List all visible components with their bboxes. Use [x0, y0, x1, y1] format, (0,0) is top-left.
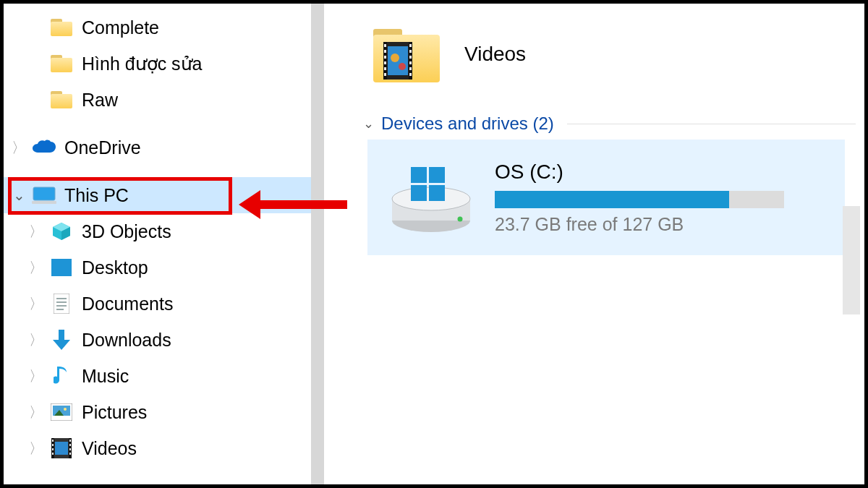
tree-item-videos[interactable]: 〉 Videos [4, 430, 311, 466]
svg-rect-0 [33, 187, 55, 200]
tree-item-complete[interactable]: Complete [4, 9, 311, 46]
svg-rect-38 [384, 44, 386, 47]
tree-item-label: Raw [82, 90, 118, 111]
svg-rect-47 [409, 61, 412, 64]
chevron-right-icon[interactable]: 〉 [25, 403, 47, 422]
tree-item-desktop[interactable]: 〉 Desktop [4, 249, 311, 286]
tree-item-downloads[interactable]: 〉 Downloads [4, 322, 311, 358]
drive-info: OS (C:) 23.7 GB free of 127 GB [495, 160, 784, 235]
chevron-right-icon[interactable]: 〉 [25, 258, 47, 278]
chevron-right-icon[interactable]: 〉 [25, 367, 47, 386]
chevron-down-icon[interactable]: ⌄ [8, 187, 30, 204]
svg-marker-12 [53, 340, 70, 350]
svg-rect-39 [384, 50, 386, 53]
navigation-tree: Complete Hình được sửa Raw 〉 OneDrive [4, 4, 311, 484]
svg-point-16 [64, 408, 67, 411]
cube-icon [47, 221, 76, 241]
svg-rect-40 [384, 56, 386, 59]
chevron-right-icon[interactable]: 〉 [25, 294, 47, 314]
svg-rect-46 [409, 56, 412, 59]
download-arrow-icon [47, 330, 76, 350]
svg-rect-6 [54, 294, 69, 314]
svg-rect-11 [59, 330, 64, 340]
desktop-icon [47, 259, 76, 276]
chevron-right-icon[interactable]: 〉 [25, 330, 47, 350]
section-devices-and-drives[interactable]: ⌄ Devices and drives (2) [363, 114, 856, 134]
tree-item-3d-objects[interactable]: 〉 3D Objects [4, 213, 311, 249]
svg-point-34 [391, 53, 399, 62]
library-item-videos[interactable]: Videos [363, 4, 856, 105]
svg-rect-58 [429, 185, 445, 201]
chevron-right-icon[interactable]: 〉 [25, 222, 47, 241]
tree-item-label: Pictures [82, 402, 147, 423]
svg-point-35 [399, 63, 406, 70]
tree-item-onedrive[interactable]: 〉 OneDrive [4, 129, 311, 166]
content-pane: Videos ⌄ Devices and drives (2) [324, 4, 864, 484]
chevron-down-icon[interactable]: ⌄ [363, 116, 374, 132]
tree-item-label: Complete [82, 17, 159, 38]
hard-drive-icon [388, 154, 475, 241]
svg-rect-55 [411, 167, 427, 183]
drive-free-space: 23.7 GB free of 127 GB [495, 214, 784, 235]
document-icon [47, 294, 76, 314]
tree-item-label: This PC [64, 185, 129, 206]
svg-rect-41 [384, 61, 386, 64]
sidebar-resize-handle[interactable] [311, 4, 324, 484]
svg-rect-45 [409, 50, 412, 53]
svg-rect-48 [409, 67, 412, 70]
tree-item-pictures[interactable]: 〉 Pictures [4, 394, 311, 430]
svg-rect-44 [409, 44, 412, 47]
tree-item-music[interactable]: 〉 Music [4, 358, 311, 394]
tree-item-documents[interactable]: 〉 Documents [4, 286, 311, 322]
section-title: Devices and drives (2) [381, 114, 554, 134]
svg-rect-57 [411, 185, 427, 201]
folder-icon [47, 19, 76, 36]
svg-rect-43 [384, 73, 386, 76]
svg-rect-1 [32, 201, 56, 204]
chevron-right-icon[interactable]: 〉 [8, 138, 30, 158]
tree-item-label: Desktop [82, 257, 148, 278]
drive-item-os-c[interactable]: OS (C:) 23.7 GB free of 127 GB [367, 140, 845, 255]
folder-icon [47, 55, 76, 72]
svg-rect-24 [52, 453, 54, 455]
video-icon [47, 438, 76, 458]
adjacent-item-stub[interactable] [843, 206, 860, 314]
svg-rect-23 [52, 448, 54, 450]
file-explorer-window: Complete Hình được sửa Raw 〉 OneDrive [0, 0, 868, 488]
drive-usage-fill [495, 191, 729, 208]
tree-item-label: Videos [82, 438, 137, 459]
svg-rect-18 [55, 442, 68, 455]
svg-rect-56 [429, 167, 445, 183]
section-divider [567, 124, 856, 124]
drive-title: OS (C:) [495, 160, 784, 184]
svg-rect-26 [69, 444, 71, 446]
videos-folder-icon [363, 22, 450, 87]
tree-item-label: OneDrive [64, 137, 141, 158]
svg-rect-21 [52, 440, 54, 442]
folder-icon [47, 91, 76, 108]
computer-icon [30, 186, 59, 205]
svg-rect-49 [409, 73, 412, 76]
tree-item-this-pc[interactable]: ⌄ This PC [4, 177, 311, 213]
svg-rect-5 [51, 259, 72, 276]
tree-item-label: Downloads [82, 330, 171, 351]
picture-icon [47, 403, 76, 421]
svg-rect-25 [69, 440, 71, 442]
tree-item-label: Hình được sửa [82, 53, 203, 74]
svg-point-54 [458, 217, 463, 222]
tree-item-label: 3D Objects [82, 221, 171, 242]
svg-rect-27 [69, 448, 71, 450]
tree-item-label: Music [82, 366, 129, 387]
tree-item-label: Documents [82, 294, 173, 314]
chevron-right-icon[interactable]: 〉 [25, 439, 47, 458]
library-item-label: Videos [464, 43, 526, 66]
svg-rect-22 [52, 444, 54, 446]
svg-rect-28 [69, 453, 71, 455]
tree-item-raw[interactable]: Raw [4, 82, 311, 118]
svg-rect-42 [384, 67, 386, 70]
drive-usage-bar [495, 191, 784, 208]
music-note-icon [47, 365, 76, 387]
tree-item-hinh-duoc-sua[interactable]: Hình được sửa [4, 46, 311, 82]
onedrive-icon [30, 140, 59, 155]
